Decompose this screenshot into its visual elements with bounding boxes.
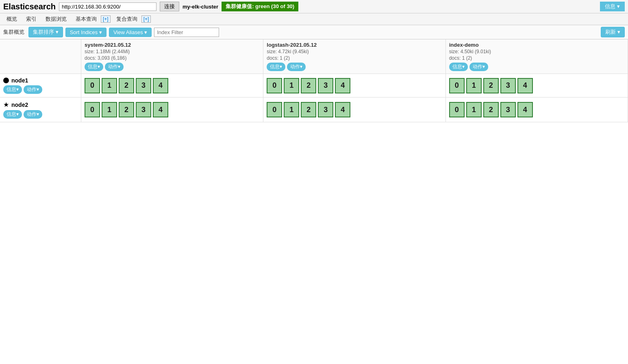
nav-complex-query-plus[interactable]: [+]	[141, 15, 151, 23]
view-aliases-label: View Aliases ▾	[113, 29, 147, 35]
shard-n1d3[interactable]: 3	[500, 78, 516, 93]
refresh-label: 刷新	[605, 29, 616, 35]
node2-cell: ★ node2 信息▾ 动作▾	[0, 98, 81, 122]
index-actions-demo: 信息▾ 动作▾	[449, 63, 624, 71]
shard-n1s2[interactable]: 2	[119, 78, 134, 93]
header-spacer	[0, 39, 81, 74]
node1-row: node1 信息▾ 动作▾ 0 1 2 3 4 0 1 2 3 4 0 1 2	[0, 74, 628, 98]
health-badge: 集群健康值: green (30 of 30)	[222, 2, 298, 11]
index-docs-system: docs: 3,093 (6,186)	[85, 55, 260, 61]
shard-n1l2[interactable]: 2	[301, 78, 316, 93]
shard-n2d3[interactable]: 3	[500, 102, 516, 117]
node2-logstash-shards: 0 1 2 3 4	[263, 98, 445, 122]
node2-buttons: 信息▾ 动作▾	[3, 110, 78, 119]
nav-basic-query-group: 基本查询 [+]	[72, 15, 111, 24]
shard-n1d2[interactable]: 2	[483, 78, 499, 93]
index-size-logstash: size: 4.72ki (9.45ki)	[267, 49, 442, 54]
node1-buttons: 信息▾ 动作▾	[3, 85, 78, 94]
url-input[interactable]	[59, 2, 156, 11]
index-header-system: system-2021.05.12 size: 1.18Mi (2.44Mi) …	[81, 39, 263, 74]
cluster-sort-button[interactable]: 集群排序 ▾	[28, 27, 63, 37]
shard-n2s1[interactable]: 1	[102, 102, 117, 117]
node1-info-button[interactable]: 信息▾	[3, 85, 22, 94]
main-content: system-2021.05.12 size: 1.18Mi (2.44Mi) …	[0, 39, 628, 122]
index-docs-demo: docs: 1 (2)	[449, 55, 624, 61]
shard-n1s3[interactable]: 3	[136, 78, 151, 93]
node2-info-button[interactable]: 信息▾	[3, 110, 22, 119]
shard-n1s0[interactable]: 0	[85, 78, 100, 93]
nav-data-browse[interactable]: 数据浏览	[42, 15, 70, 24]
shard-n1s4[interactable]: 4	[153, 78, 168, 93]
index-actions-system: 信息▾ 动作▾	[85, 63, 260, 71]
node1-circle-icon	[3, 78, 9, 83]
index-action-demo-button[interactable]: 动作▾	[469, 63, 488, 71]
index-info-system-button[interactable]: 信息▾	[85, 63, 103, 71]
node2-demo-shards: 0 1 2 3 4	[446, 98, 628, 122]
node2-system-shards: 0 1 2 3 4	[81, 98, 263, 122]
node2-name: node2	[11, 102, 28, 108]
shard-n2l4[interactable]: 4	[335, 102, 350, 117]
nav-basic-query-plus[interactable]: [+]	[101, 15, 111, 23]
shard-n1d4[interactable]: 4	[517, 78, 533, 93]
index-name-logstash: logstash-2021.05.12	[267, 42, 442, 48]
shard-n2d4[interactable]: 4	[517, 102, 533, 117]
index-action-logstash-button[interactable]: 动作▾	[287, 63, 306, 71]
index-actions-logstash: 信息▾ 动作▾	[267, 63, 442, 71]
shard-n2d2[interactable]: 2	[483, 102, 499, 117]
refresh-caret-icon: ▾	[617, 29, 620, 35]
shard-n1l3[interactable]: 3	[318, 78, 333, 93]
nav-bar: 概览 索引 数据浏览 基本查询 [+] 复合查询 [+]	[0, 13, 628, 25]
index-size-system: size: 1.18Mi (2.44Mi)	[85, 49, 260, 54]
info-button[interactable]: 信息 ▾	[600, 2, 625, 11]
index-info-demo-button[interactable]: 信息▾	[449, 63, 468, 71]
shard-n1l0[interactable]: 0	[267, 78, 282, 93]
index-size-demo: size: 4.50ki (9.01ki)	[449, 49, 624, 54]
node2-action-button[interactable]: 动作▾	[24, 110, 42, 119]
node1-logstash-shards: 0 1 2 3 4	[263, 74, 445, 97]
top-bar: Elasticsearch 连接 my-elk-cluster 集群健康值: g…	[0, 0, 628, 13]
connect-button[interactable]: 连接	[160, 2, 179, 11]
shard-n2s0[interactable]: 0	[85, 102, 100, 117]
shard-n2l3[interactable]: 3	[318, 102, 333, 117]
index-name-system: system-2021.05.12	[85, 42, 260, 48]
nav-overview[interactable]: 概览	[3, 15, 20, 24]
sort-indices-button[interactable]: Sort Indices ▾	[65, 28, 106, 37]
node1-system-shards: 0 1 2 3 4	[81, 74, 263, 97]
index-docs-logstash: docs: 1 (2)	[267, 55, 442, 61]
cluster-sort-label: 集群排序 ▾	[33, 28, 59, 36]
index-info-logstash-button[interactable]: 信息▾	[267, 63, 285, 71]
node1-cell: node1 信息▾ 动作▾	[0, 74, 81, 97]
index-filter-input[interactable]	[154, 28, 219, 37]
shard-n2s2[interactable]: 2	[119, 102, 134, 117]
toolbar: 集群概览 集群排序 ▾ Sort Indices ▾ View Aliases …	[0, 25, 628, 39]
app-title: Elasticsearch	[3, 2, 56, 11]
index-name-demo: index-demo	[449, 42, 624, 48]
cluster-name: my-elk-cluster	[183, 4, 218, 10]
shard-n2l2[interactable]: 2	[301, 102, 316, 117]
nav-complex-query[interactable]: 复合查询	[113, 15, 141, 24]
node2-name-row: ★ node2	[3, 101, 78, 108]
index-header-row: system-2021.05.12 size: 1.18Mi (2.44Mi) …	[0, 39, 628, 74]
index-action-system-button[interactable]: 动作▾	[105, 63, 124, 71]
shard-n2s4[interactable]: 4	[153, 102, 168, 117]
index-header-demo: index-demo size: 4.50ki (9.01ki) docs: 1…	[446, 39, 628, 74]
refresh-button[interactable]: 刷新 ▾	[601, 27, 625, 37]
node1-action-button[interactable]: 动作▾	[24, 85, 42, 94]
shard-n1d1[interactable]: 1	[466, 78, 482, 93]
shard-n1l1[interactable]: 1	[284, 78, 299, 93]
shard-n2d0[interactable]: 0	[449, 102, 465, 117]
shard-n2l0[interactable]: 0	[267, 102, 282, 117]
view-aliases-button[interactable]: View Aliases ▾	[109, 28, 152, 37]
shard-n1d0[interactable]: 0	[449, 78, 465, 93]
node2-row: ★ node2 信息▾ 动作▾ 0 1 2 3 4 0 1 2 3 4 0	[0, 98, 628, 122]
shard-n2l1[interactable]: 1	[284, 102, 299, 117]
shard-n2s3[interactable]: 3	[136, 102, 151, 117]
shard-n1s1[interactable]: 1	[102, 78, 117, 93]
node1-name: node1	[11, 77, 28, 84]
shard-n1l4[interactable]: 4	[335, 78, 350, 93]
node1-demo-shards: 0 1 2 3 4	[446, 74, 628, 97]
sort-indices-label: Sort Indices ▾	[70, 29, 102, 35]
shard-n2d1[interactable]: 1	[466, 102, 482, 117]
nav-basic-query[interactable]: 基本查询	[72, 15, 100, 24]
nav-index[interactable]: 索引	[23, 15, 40, 24]
